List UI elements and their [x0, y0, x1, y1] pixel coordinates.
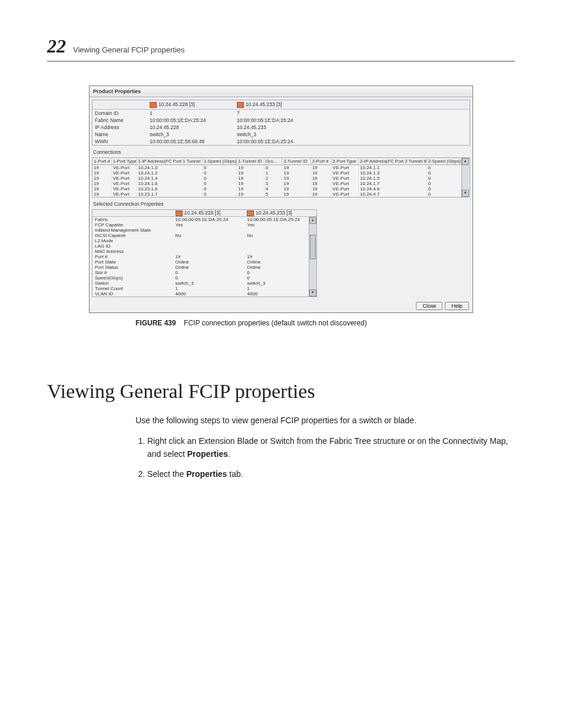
selected-connection-pane: 10.24.45.228 [3] 10.24.45.233 [3] Fabric…	[92, 209, 317, 297]
selected-scrollbar[interactable]: ▴ ▾	[309, 217, 316, 297]
connection-row[interactable]: 19VE-Port10.23.1.601941919VE-Port10.24.4…	[92, 186, 462, 192]
prop-val-b: 10:00:00:05:1E:DA:25:24	[234, 138, 322, 145]
sel-label: Speed(Gbps)	[92, 275, 173, 281]
connections-scrollbar[interactable]: ▴ ▾	[461, 158, 469, 197]
sel-val-b: 0	[244, 275, 316, 281]
sel-val-a: Online	[173, 259, 245, 265]
prop-label: Domain ID	[92, 110, 147, 117]
close-button[interactable]: Close	[416, 302, 442, 310]
sel-val-b	[244, 228, 316, 233]
prop-val-a: 1	[147, 110, 234, 117]
scroll-up-icon[interactable]: ▴	[462, 158, 469, 165]
sel-val-a: 10:00:00:05:1E:DA:25:24	[173, 217, 245, 222]
scroll-up-icon[interactable]: ▴	[309, 217, 316, 224]
col-1porttype[interactable]: 1-Port Type	[112, 158, 137, 164]
top-col-b: 10.24.45.233 [3]	[234, 100, 322, 109]
sel-col-empty	[92, 210, 173, 216]
sel-val-a	[173, 249, 245, 254]
connection-row[interactable]: 19VE-Port10.24.1.001901919VE-Port10.24.1…	[92, 165, 462, 170]
connection-row[interactable]: 19VE-Port10.24.1.401921919VE-Port10.24.1…	[92, 176, 462, 181]
sel-row: Tunnel Count11	[92, 286, 316, 291]
sel-col-a: 10.24.45.228 [3]	[173, 210, 245, 216]
connections-label: Connections	[90, 148, 472, 155]
col-1port[interactable]: 1-Port #	[92, 158, 112, 164]
scroll-down-icon[interactable]: ▾	[462, 190, 469, 197]
connections-table[interactable]: 1-Port # 1-Port Type 1-IP Address(FC Por…	[92, 157, 470, 197]
prop-label: WWN	[92, 138, 147, 145]
switch-icon	[176, 210, 183, 216]
help-button[interactable]: Help	[445, 302, 469, 310]
scroll-thumb[interactable]	[310, 235, 316, 259]
sel-val-a	[173, 238, 245, 243]
sel-val-a: switch_3	[173, 281, 245, 286]
sel-row: Port #1919	[92, 254, 316, 259]
col-1ip[interactable]: 1-IP Address(FC Port 1 Tunnel IP)	[137, 158, 203, 164]
sel-val-b: No	[244, 233, 316, 238]
sel-label: InBand Management State	[92, 228, 173, 233]
col-2speed[interactable]: 2-Speed (Gbps)	[427, 158, 462, 164]
prop-label: IP Address	[92, 124, 147, 131]
connection-row[interactable]: 19VE-Port10.24.1.201911919VE-Port10.24.1…	[92, 170, 462, 176]
sel-val-b: Online	[244, 259, 316, 265]
sel-label: FCP Capable	[92, 222, 173, 228]
connection-row[interactable]: 19VE-Port10.24.1.601931919VE-Port10.24.1…	[92, 181, 462, 186]
section-heading: Viewing General FCIP properties	[47, 380, 515, 403]
sel-val-b	[244, 243, 316, 249]
prop-val-b: 7	[234, 110, 322, 117]
prop-val-a: switch_3	[147, 131, 234, 138]
switch-icon	[237, 102, 244, 108]
sel-row: Port StateOnlineOnline	[92, 259, 316, 265]
prop-val-b: 10:00:00:05:1E:DA:25:24	[234, 117, 322, 124]
sel-label: Slot #	[92, 270, 173, 275]
top-col-empty	[92, 100, 147, 109]
col-2port[interactable]: 2-Port #	[311, 158, 332, 164]
sel-row: Slot #00	[92, 270, 316, 275]
sel-col-b: 10.24.45.233 [3]	[244, 210, 316, 216]
step-2: Select the Properties tab.	[147, 468, 513, 481]
sel-val-a: Yes	[173, 222, 245, 228]
scroll-down-icon[interactable]: ▾	[309, 289, 316, 297]
sel-row: VLAN ID40004000	[92, 291, 316, 297]
switch-icon	[247, 210, 254, 216]
sel-label: Port #	[92, 254, 173, 259]
document-page: 22 Viewing General FCIP properties Produ…	[0, 0, 562, 728]
figure-text: FCIP connection properties (default swit…	[184, 319, 367, 327]
top-row: WWN10:00:00:05:1E:58:68:4810:00:00:05:1E…	[92, 138, 470, 145]
dialog-buttons: Close Help	[90, 299, 472, 312]
sel-label: Fabric	[92, 217, 173, 222]
sel-val-b	[244, 249, 316, 254]
sel-val-b: 10:00:00:05:1E:DA:25:24	[244, 217, 316, 222]
top-properties-pane: 10.24.45.228 [3] 10.24.45.233 [3] Domain…	[92, 100, 470, 146]
col-2tunnel[interactable]: 2-Tunnel ID	[282, 158, 310, 164]
sel-val-a: 0	[173, 270, 245, 275]
sel-row: Switchswitch_3switch_3	[92, 281, 316, 286]
sel-val-b: Yes	[244, 222, 316, 228]
col-2ip[interactable]: 2-IP Address(FC Port 2 Tunnel IP)	[359, 158, 427, 164]
bold-properties: Properties	[187, 449, 228, 459]
intro-paragraph: Use the following steps to view general …	[135, 414, 513, 427]
sel-val-a: 0	[173, 275, 245, 281]
sel-label: Tunnel Count	[92, 286, 173, 291]
sel-label: L2 Mode	[92, 238, 173, 243]
sel-label: Port Status	[92, 265, 173, 270]
col-1tunnel[interactable]: 1-Tunnel ID	[237, 158, 265, 164]
sel-label: Port State	[92, 259, 173, 265]
sel-val-a	[173, 243, 245, 249]
sel-row: LAG ID	[92, 243, 316, 249]
sel-val-b	[244, 238, 316, 243]
sel-val-a: 1	[173, 286, 245, 291]
sel-val-b: 0	[244, 270, 316, 275]
col-2porttype[interactable]: 2-Port Type	[332, 158, 359, 164]
top-row: Fabric Name10:00:00:05:1E:DA:25:2410:00:…	[92, 117, 470, 124]
col-1speed[interactable]: 1-Speed (Gbps)	[203, 158, 237, 164]
prop-label: Fabric Name	[92, 117, 147, 124]
top-col-a: 10.24.45.228 [3]	[147, 100, 234, 109]
sel-val-b: Online	[244, 265, 316, 270]
running-title: Viewing General FCIP properties	[73, 45, 185, 54]
sel-val-a: No	[173, 233, 245, 238]
sel-row: InBand Management State	[92, 228, 316, 233]
connection-row[interactable]: 19VE-Port10.23.1.701951919VE-Port10.24.4…	[92, 192, 462, 197]
sel-label: iSCSI Capable	[92, 233, 173, 238]
switch-icon	[150, 102, 157, 108]
col-group[interactable]: Gro...	[265, 158, 283, 164]
